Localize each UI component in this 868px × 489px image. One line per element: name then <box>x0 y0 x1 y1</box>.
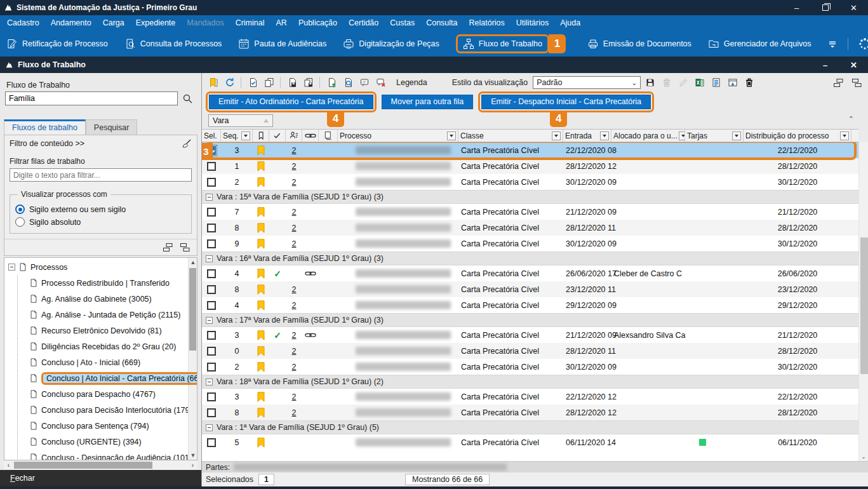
column-header-print-column-icon[interactable] <box>319 130 338 142</box>
menu-item-criminal[interactable]: Criminal <box>230 15 270 31</box>
row-checkbox[interactable] <box>207 208 216 217</box>
pending-count-link[interactable]: 2 <box>292 239 297 248</box>
note-icon[interactable] <box>357 76 371 90</box>
toolbar-item-digitaliza-o-de-pe-as[interactable]: Digitalização de Peças <box>343 38 439 50</box>
toolbar-item-gerenciador-de-arquivos[interactable]: Gerenciador de Arquivos <box>708 38 811 50</box>
column-header-check-column-icon[interactable] <box>269 130 286 142</box>
row-checkbox[interactable] <box>207 438 216 447</box>
tree-item-concluso-urgente-394-[interactable]: Concluso (URGENTE) (394) <box>4 434 197 450</box>
collapse-group-icon[interactable] <box>206 317 213 324</box>
table-scrollbar-thumb[interactable] <box>860 238 868 374</box>
collapse-node-icon[interactable] <box>8 264 15 271</box>
group-by-chip[interactable]: Vara <box>208 114 273 127</box>
table-row[interactable]: 42Carta Precatória Cível29/12/2020 0929/… <box>202 297 868 313</box>
tree-horizontal-scrollbar[interactable]: ‹ › <box>4 460 197 470</box>
scroll-down-icon[interactable]: ▼ <box>189 451 197 460</box>
column-filter-icon[interactable] <box>552 131 561 140</box>
table-row[interactable]: 3✓2Carta Precatória Cível21/12/2020 09Al… <box>202 327 868 343</box>
row-checkbox[interactable] <box>207 285 216 294</box>
refresh-icon[interactable] <box>222 76 237 90</box>
close-button[interactable]: ✕ <box>839 0 868 15</box>
column-filter-icon[interactable] <box>447 131 456 140</box>
copy-icon[interactable] <box>262 76 276 90</box>
action-button-emitir-ato-ordinat-rio-carta-precat-ria[interactable]: Emitir - Ato Ordinatório - Carta Precató… <box>209 95 373 109</box>
view-style-select[interactable]: Padrão⌄ <box>533 76 641 89</box>
search-icon[interactable] <box>182 93 192 104</box>
collapse-group-icon[interactable] <box>206 194 213 201</box>
row-checkbox[interactable] <box>207 331 216 340</box>
pending-count-link[interactable]: 2 <box>292 162 297 171</box>
column-header-entrada[interactable]: Entrada <box>563 130 611 142</box>
row-checkbox[interactable] <box>207 239 216 248</box>
row-checkbox[interactable] <box>207 146 216 155</box>
flow-close-button[interactable]: ✕ <box>839 57 868 73</box>
row-checkbox[interactable] <box>207 408 216 417</box>
collapse-group-icon[interactable] <box>206 378 213 385</box>
table-row[interactable]: 72Carta Precatória Cível21/12/2020 0921/… <box>202 204 868 220</box>
pending-count-link[interactable]: 2 <box>292 347 297 356</box>
flow-minimize-button[interactable]: – <box>811 57 839 73</box>
column-filter-icon[interactable] <box>732 131 741 140</box>
action-button-mover-para-outra-fila[interactable]: Mover para outra fila <box>382 95 474 109</box>
collapse-panel-icon[interactable]: ⌃ <box>848 115 854 123</box>
table-scrollbar[interactable]: ⌄ <box>858 142 868 461</box>
toolbar-item-emiss-o-de-documentos[interactable]: Emissão de Documentos <box>587 38 691 50</box>
table-row[interactable]: 22Carta Precatória Cível30/12/2020 0930/… <box>202 174 868 190</box>
expand-tree-icon[interactable] <box>180 243 190 252</box>
pending-count-link[interactable]: 2 <box>292 285 297 294</box>
menu-item-carga[interactable]: Carga <box>97 15 130 31</box>
menu-item-andamento[interactable]: Andamento <box>45 15 97 31</box>
column-header-processo[interactable]: Processo <box>338 130 458 142</box>
action-button-emitir-despacho-inicial-carta-precat-ria[interactable]: Emitir - Despacho Inicial - Carta Precat… <box>481 95 651 109</box>
tree-item-concluso-designa-o-de-audi-ncia-1013[interactable]: Concluso - Designação de Audiência (1013 <box>4 450 197 460</box>
export-excel-icon[interactable] <box>692 76 707 90</box>
flow-select-input[interactable] <box>5 91 178 105</box>
menu-item-ajuda[interactable]: Ajuda <box>554 15 586 31</box>
column-filter-icon[interactable] <box>679 131 685 140</box>
pending-count-link[interactable]: 2 <box>292 392 297 401</box>
column-header-flag-column-icon[interactable] <box>253 130 269 142</box>
column-header-alocado-para-o-u-[interactable]: Alocado para o u... <box>611 130 685 142</box>
group-row[interactable]: Vara : 18ª Vara de Família (SEJUD 1º Gra… <box>202 375 868 389</box>
tree-item-concluso-para-senten-a-794-[interactable]: Concluso para Sentença (794) <box>4 418 197 434</box>
table-row[interactable]: 02Carta Precatória Cível28/12/2020 1128/… <box>202 343 868 359</box>
tree-root-processos[interactable]: Processos <box>4 259 197 275</box>
filter-queues-input[interactable] <box>10 168 192 182</box>
table-row[interactable]: 32Carta Precatória Cível22/12/2020 1222/… <box>202 389 868 405</box>
table-row[interactable]: 82Carta Precatória Cível28/12/2020 1228/… <box>202 405 868 420</box>
column-header-sel-[interactable]: Sel. <box>202 130 221 142</box>
tree-item-concluso-para-decis-o-interlocut-ria-179[interactable]: Concluso para Decisão Interlocutória (17… <box>4 402 197 418</box>
table-row[interactable]: 5Carta Precatória Cível06/11/2020 1406/1… <box>202 434 868 450</box>
table-row[interactable]: 12Carta Precatória Cível28/12/2020 1228/… <box>202 158 868 174</box>
table-row[interactable]: 32Carta Precatória Cível22/12/2020 0822/… <box>202 142 868 158</box>
saj-digital-icon[interactable] <box>858 37 868 50</box>
radio-option-selected[interactable]: Sigilo externo ou sem sigilo <box>15 204 186 214</box>
tree-scrollbar[interactable]: ▲ ▼ <box>188 258 197 460</box>
column-header-classe[interactable]: Classe <box>458 130 563 142</box>
table-row[interactable]: 22Carta Precatória Cível30/12/2020 0930/… <box>202 359 868 375</box>
column-header-seq-[interactable]: Seq. <box>221 130 253 142</box>
tree-item-ag-an-lise-juntada-de-peti-o-2115-[interactable]: Ag. Análise - Juntada de Petição (2115) <box>4 307 197 323</box>
menu-item-certid-o[interactable]: Certidão <box>343 15 384 31</box>
open-window-icon[interactable] <box>725 76 740 90</box>
column-header-tarjas[interactable]: Tarjas <box>685 130 744 142</box>
table-scroll-down-icon[interactable]: ⌄ <box>859 452 868 461</box>
collapse-group-icon[interactable] <box>206 424 213 431</box>
scroll-left-icon[interactable]: ‹ <box>4 462 13 469</box>
menu-item-consulta[interactable]: Consulta <box>420 15 463 31</box>
menu-item-ar[interactable]: AR <box>270 15 293 31</box>
legend-button[interactable]: Legenda <box>396 78 427 87</box>
delete-note-icon[interactable] <box>373 76 388 90</box>
group-row[interactable]: Vara : 1ª Vara de Família (SEJUD 1º Grau… <box>202 420 868 434</box>
select-marked-icon[interactable] <box>245 76 260 90</box>
pending-count-link[interactable]: 2 <box>292 224 297 232</box>
toolbar-item-consulta-de-processos[interactable]: Consulta de Processos <box>124 38 222 50</box>
tab-pesquisar[interactable]: Pesquisar <box>86 119 138 135</box>
row-checkbox[interactable] <box>207 224 216 232</box>
table-row[interactable]: 4✓Carta Precatória Cível26/06/2020 17Cle… <box>202 265 868 281</box>
inspect-doc-icon[interactable] <box>340 76 355 90</box>
toolbar-item-fluxo-de-trabalho[interactable]: Fluxo de Trabalho <box>463 38 542 50</box>
radio-option-unselected[interactable]: Sigilo absoluto <box>15 217 186 227</box>
close-flow-button[interactable]: Fechar <box>10 474 35 483</box>
group-row[interactable]: Vara : 15ª Vara de Família (SEJUD 1º Gra… <box>202 190 868 204</box>
